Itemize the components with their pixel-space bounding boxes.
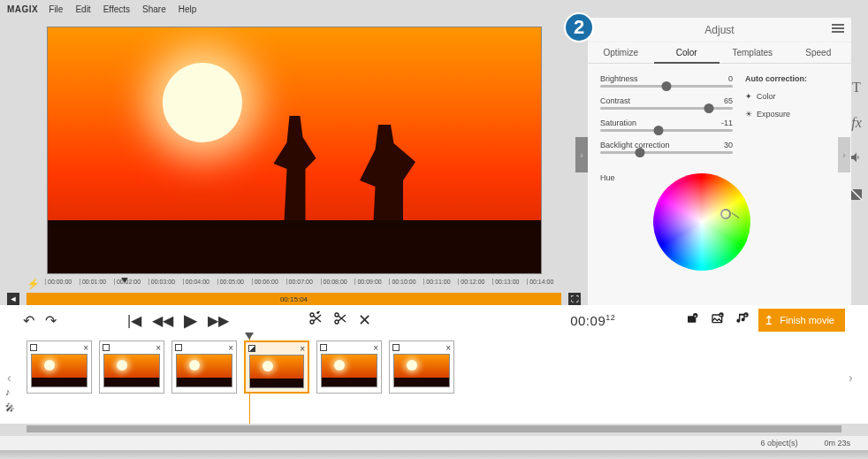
close-icon[interactable]: ×: [156, 343, 161, 353]
backlight-thumb[interactable]: [636, 148, 645, 157]
volume-tool-icon[interactable]: [849, 150, 864, 168]
close-icon[interactable]: ×: [83, 343, 88, 353]
svg-point-1: [310, 313, 314, 317]
slider-saturation[interactable]: Saturation-11: [600, 119, 733, 132]
slider-contrast[interactable]: Contrast65: [600, 96, 733, 110]
clip-select-box[interactable]: [103, 344, 110, 351]
contrast-thumb[interactable]: [704, 103, 714, 113]
sun-icon: ☀: [745, 110, 752, 119]
status-duration: 0m 23s: [824, 439, 850, 448]
hue-picker[interactable]: [720, 209, 731, 219]
tab-optimize[interactable]: Optimize: [588, 42, 654, 64]
add-video-button[interactable]: +: [686, 311, 700, 329]
horizontal-scrollbar[interactable]: [0, 424, 868, 436]
menu-effects[interactable]: Effects: [103, 4, 130, 14]
finish-movie-button[interactable]: ↥ Finish movie: [758, 309, 845, 332]
close-icon[interactable]: ×: [300, 344, 305, 354]
split-keep-button[interactable]: ✓: [308, 311, 323, 329]
add-image-button[interactable]: +: [711, 311, 725, 329]
panel-title: Adjust: [704, 24, 734, 36]
brightness-thumb[interactable]: [662, 81, 672, 91]
svg-text:✓: ✓: [316, 311, 321, 315]
voice-track-icon[interactable]: 🎤︎: [5, 402, 15, 413]
menu-file[interactable]: File: [49, 4, 63, 14]
preview-area: [0, 18, 588, 275]
auto-color-button[interactable]: ✦Color: [745, 92, 830, 101]
scrub-start-icon[interactable]: ◄: [7, 293, 19, 305]
menu-share[interactable]: Share: [142, 4, 166, 14]
preview-scrubber[interactable]: ◄ 00:15:04 ⛶: [27, 293, 561, 305]
to-start-button[interactable]: |◀: [127, 312, 141, 329]
clip-1[interactable]: ×: [27, 340, 92, 394]
clip-6[interactable]: ×: [389, 340, 454, 394]
sparkle-icon: ✦: [745, 92, 752, 101]
auto-correction-title: Auto correction:: [745, 74, 830, 83]
slider-brightness[interactable]: Brightness0: [600, 74, 733, 88]
rewind-button[interactable]: ◀◀: [152, 312, 173, 329]
clip-2[interactable]: ×: [99, 340, 164, 394]
tab-speed[interactable]: Speed: [786, 42, 852, 64]
hue-wheel[interactable]: [653, 173, 750, 271]
audio-track-icon[interactable]: ♪: [5, 386, 15, 397]
svg-text:+: +: [720, 312, 723, 317]
clip-select-box[interactable]: [392, 344, 400, 351]
toolbar: ↶ ↷ |◀ ◀◀ ▶ ▶▶ ✓ ✕ 00:0912 +: [0, 305, 868, 335]
auto-exposure-button[interactable]: ☀Exposure: [745, 110, 830, 119]
clip-select-box[interactable]: [248, 345, 255, 352]
close-icon[interactable]: ×: [445, 343, 451, 353]
effects-tool-icon[interactable]: fx: [851, 115, 862, 131]
clip-select-box[interactable]: [320, 344, 327, 351]
step-callout: 2: [564, 12, 594, 42]
clip-5[interactable]: ×: [316, 340, 382, 394]
delete-button[interactable]: ✕: [358, 310, 371, 330]
clip-select-box[interactable]: [175, 344, 182, 351]
svg-point-3: [335, 320, 339, 324]
text-tool-icon[interactable]: T: [852, 80, 861, 96]
adjust-panel: Adjust Optimize Color Templates Speed Br…: [588, 18, 851, 305]
panel-menu-icon[interactable]: [832, 24, 844, 34]
clip-3[interactable]: ×: [171, 340, 237, 394]
ruler-playhead[interactable]: [120, 278, 129, 283]
hue-label: Hue: [600, 173, 636, 271]
statusbar: 6 object(s) 0m 23s: [0, 436, 868, 450]
app-logo: MAGIX: [7, 4, 38, 14]
tab-color[interactable]: Color: [654, 42, 720, 64]
clip-select-box[interactable]: [30, 344, 37, 351]
timeline: ‹ › × × × × × × ♪ 🎤︎: [0, 335, 868, 424]
preview-video[interactable]: [47, 27, 542, 274]
svg-point-4: [335, 313, 339, 317]
panel-collapse-right-icon[interactable]: ›: [838, 137, 850, 172]
play-button[interactable]: ▶: [184, 310, 197, 331]
timeline-scroll-left[interactable]: ‹: [7, 371, 19, 385]
timeline-scroll-right[interactable]: ›: [849, 371, 861, 385]
panel-collapse-left-icon[interactable]: ›: [575, 137, 588, 172]
split-button[interactable]: [333, 311, 347, 329]
fullscreen-icon[interactable]: ⛶: [568, 293, 581, 305]
preview-ruler[interactable]: 00:00:00 00:01:00 00:02:00 00:03:00 00:0…: [45, 278, 561, 290]
bolt-icon[interactable]: ⚡: [27, 278, 40, 290]
menubar: MAGIX File Edit Effects Share Help: [0, 0, 868, 18]
forward-button[interactable]: ▶▶: [208, 312, 229, 329]
timecode-display: 00:0912: [570, 313, 615, 328]
tab-templates[interactable]: Templates: [720, 42, 786, 64]
svg-text:+: +: [694, 313, 697, 318]
menu-edit[interactable]: Edit: [75, 4, 90, 14]
close-icon[interactable]: ×: [228, 343, 233, 353]
add-audio-button[interactable]: +: [735, 311, 750, 329]
close-icon[interactable]: ×: [373, 343, 378, 353]
svg-point-0: [310, 320, 314, 324]
undo-button[interactable]: ↶: [23, 312, 34, 329]
crop-tool-icon[interactable]: [849, 187, 864, 205]
status-objects: 6 object(s): [760, 439, 797, 448]
clip-4[interactable]: ×: [244, 340, 309, 394]
saturation-thumb[interactable]: [654, 126, 664, 135]
slider-backlight[interactable]: Backlight correction30: [600, 141, 733, 154]
svg-text:+: +: [745, 312, 748, 317]
menu-help[interactable]: Help: [179, 4, 197, 14]
upload-arrow-icon: ↥: [764, 313, 774, 327]
scrub-duration: 00:15:04: [280, 295, 308, 303]
redo-button[interactable]: ↷: [45, 312, 57, 329]
